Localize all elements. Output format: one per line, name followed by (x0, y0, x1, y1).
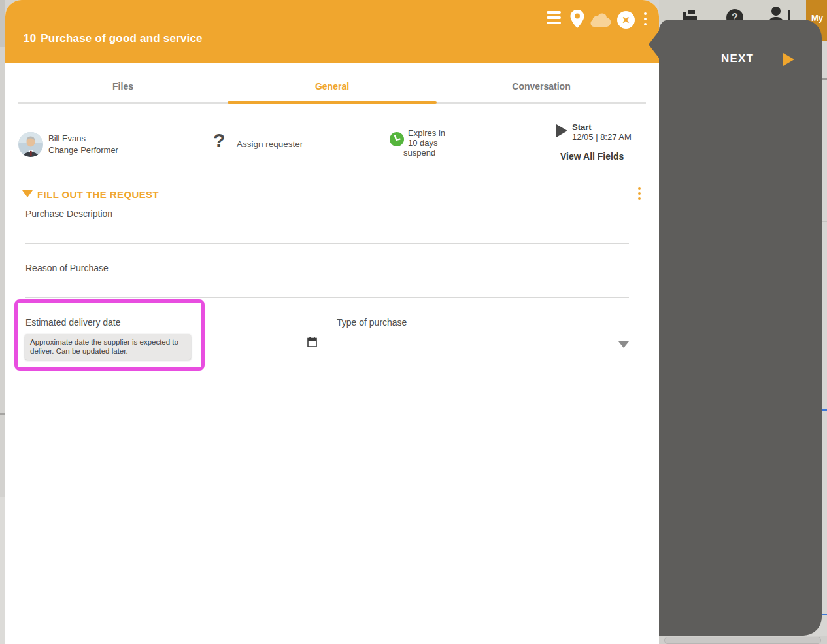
background-blue-line (822, 409, 827, 411)
tab-general[interactable]: General (315, 81, 349, 92)
corner-label: My (811, 13, 823, 23)
tab-conversation[interactable]: Conversation (512, 81, 570, 92)
start-datetime: 12/05 | 8:27 AM (572, 132, 632, 142)
next-play-icon[interactable] (783, 53, 794, 66)
performer-role: Change Performer (48, 145, 118, 155)
person-icon (771, 7, 781, 16)
section-title: FILL OUT THE REQUEST (37, 189, 159, 200)
question-mark-icon[interactable]: ? (213, 129, 225, 152)
play-icon (556, 124, 567, 137)
delivery-date-tooltip: Approximate date the supplier is expecte… (25, 334, 191, 360)
menu-icon[interactable] (547, 11, 561, 27)
background-toolbar-strip: ? (659, 0, 827, 22)
purchase-description-label: Purchase Description (25, 209, 112, 219)
purchase-description-input[interactable] (25, 243, 629, 244)
background-left-bottom (0, 497, 5, 644)
expiry-line3: suspend (403, 148, 445, 158)
tab-files[interactable]: Files (112, 81, 133, 92)
next-button[interactable]: NEXT (721, 52, 754, 65)
type-of-purchase-select[interactable] (337, 354, 628, 354)
expiry-line1: Expires in (408, 128, 445, 138)
background-bottom-bar (664, 637, 821, 644)
next-overlay-panel: NEXT (659, 20, 822, 636)
reason-of-purchase-label: Reason of Purchase (25, 263, 109, 273)
clock-icon (390, 132, 404, 146)
view-all-fields-button[interactable]: View All Fields (560, 151, 624, 161)
avatar[interactable] (18, 132, 43, 157)
section-divider (18, 371, 646, 371)
estimated-delivery-date-label: Estimated delivery date (25, 317, 121, 328)
assign-requester-link[interactable]: Assign requester (237, 139, 303, 149)
card-modal: 10Purchase of good and service ✕ Files (5, 0, 659, 644)
card-header: 10Purchase of good and service ✕ (5, 0, 659, 63)
calendar-icon[interactable] (307, 337, 318, 350)
expiry-line2: 10 days (408, 138, 445, 148)
triangle-down-icon[interactable] (22, 190, 33, 197)
card-number: 10 (24, 32, 36, 44)
type-of-purchase-label: Type of purchase (337, 317, 407, 328)
tab-active-indicator (228, 101, 437, 104)
background-left-top (0, 0, 5, 47)
cloud-icon[interactable] (589, 11, 611, 29)
close-icon[interactable]: ✕ (617, 11, 635, 29)
background-left-strip (0, 0, 5, 644)
card-title-text: Purchase of good and service (41, 32, 202, 44)
background-left-divider (0, 413, 5, 415)
section-kebab-icon[interactable] (638, 187, 641, 203)
background-row-line (822, 78, 827, 80)
reason-of-purchase-input[interactable] (25, 297, 629, 298)
location-pin-icon[interactable] (569, 9, 585, 31)
card-title: 10Purchase of good and service (24, 32, 203, 45)
vertical-ellipsis-icon[interactable] (644, 12, 647, 28)
start-label: Start (572, 122, 592, 132)
dropdown-caret-icon[interactable] (618, 341, 629, 348)
performer-name: Bill Evans (48, 133, 86, 143)
background-blue-line (822, 614, 827, 615)
background-row-line (822, 221, 827, 222)
screen: ? My 10Purchase of good and service (0, 0, 827, 644)
expiry-status: Expires in 10 days suspend (408, 128, 445, 158)
